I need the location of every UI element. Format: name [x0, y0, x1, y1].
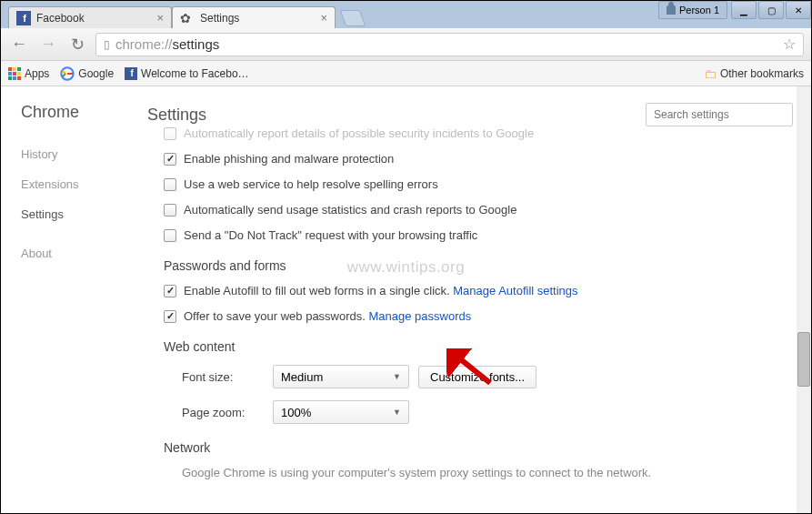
bookmark-label: Welcome to Facebo… [141, 67, 249, 80]
checkbox-dnt[interactable] [164, 229, 176, 242]
sidebar-item-about[interactable]: About [21, 247, 142, 260]
bookmark-star-icon[interactable]: ☆ [783, 35, 796, 53]
facebook-icon: f [125, 67, 137, 80]
scrollbar[interactable] [797, 86, 811, 513]
tab-title: Settings [200, 12, 315, 25]
font-size-label: Font size: [182, 370, 264, 384]
profile-label: Person 1 [679, 5, 719, 15]
checkbox-usage-stats[interactable] [164, 204, 176, 217]
checkbox-phishing[interactable] [164, 153, 176, 166]
gear-icon: ✿ [180, 11, 195, 25]
page-title: Settings [147, 106, 206, 125]
manage-passwords-link[interactable]: Manage passwords [369, 309, 472, 323]
maximize-button[interactable]: ▢ [758, 1, 784, 19]
font-size-select[interactable]: Medium ▼ [273, 365, 409, 388]
google-icon [60, 66, 75, 81]
settings-content: Settings Automatically report details of… [142, 86, 811, 513]
setting-label: Offer to save your web passwords. [184, 309, 369, 323]
bookmark-label: Google [78, 67, 114, 80]
apps-icon [8, 67, 21, 80]
other-bookmarks[interactable]: 🗀 Other bookmarks [704, 66, 804, 81]
checkbox-autofill[interactable] [164, 285, 176, 297]
select-value: Medium [281, 370, 323, 384]
bookmarks-bar: Apps Google f Welcome to Facebo… 🗀 Other… [1, 61, 811, 86]
minimize-button[interactable]: ▁ [731, 1, 757, 19]
facebook-icon: f [16, 11, 31, 25]
new-tab-button[interactable] [340, 10, 366, 26]
sidebar-item-settings[interactable]: Settings [21, 207, 142, 221]
setting-label: Use a web service to help resolve spelli… [184, 177, 438, 191]
bookmark-label: Other bookmarks [720, 67, 804, 80]
setting-label: Send a "Do Not Track" request with your … [184, 228, 477, 242]
setting-label: Automatically report details of possible… [184, 126, 534, 140]
setting-label: Enable Autofill to fill out web forms in… [184, 284, 453, 297]
section-passwords: Passwords and forms [164, 258, 793, 273]
reload-button[interactable]: ↻ [66, 34, 88, 55]
customize-fonts-button[interactable]: Customize fonts... [418, 366, 536, 388]
network-text: Google Chrome is using your computer's s… [182, 466, 651, 479]
section-web-content: Web content [164, 339, 793, 354]
checkbox[interactable] [164, 127, 176, 140]
page-zoom-select[interactable]: 100% ▼ [273, 400, 409, 424]
folder-icon: 🗀 [704, 66, 717, 81]
tab-settings[interactable]: ✿ Settings × [172, 6, 336, 28]
search-settings-input[interactable] [646, 103, 793, 126]
sidebar-brand: Chrome [21, 103, 142, 122]
manage-autofill-link[interactable]: Manage Autofill settings [453, 284, 577, 297]
bookmark-google[interactable]: Google [60, 66, 114, 81]
settings-sidebar: Chrome History Extensions Settings About [1, 86, 142, 513]
sidebar-item-history[interactable]: History [21, 147, 142, 161]
toolbar: ← → ↻ ▯ chrome://settings ☆ [1, 28, 811, 61]
scrollbar-thumb[interactable] [797, 332, 810, 387]
apps-label: Apps [25, 67, 49, 80]
close-tab-icon[interactable]: × [156, 11, 164, 25]
forward-button[interactable]: → [37, 34, 59, 55]
sidebar-item-extensions[interactable]: Extensions [21, 177, 142, 191]
close-window-button[interactable]: ✕ [786, 1, 811, 19]
select-value: 100% [281, 406, 311, 419]
tab-facebook[interactable]: f Facebook × [8, 6, 172, 28]
checkbox-spelling[interactable] [164, 178, 176, 191]
profile-icon [667, 5, 676, 15]
setting-label: Enable phishing and malware protection [184, 152, 394, 166]
back-button[interactable]: ← [8, 34, 30, 55]
url-scheme: chrome:// [115, 36, 173, 52]
profile-button[interactable]: Person 1 [658, 1, 727, 19]
apps-button[interactable]: Apps [8, 67, 49, 80]
section-network: Network [164, 440, 793, 455]
address-bar[interactable]: ▯ chrome://settings ☆ [95, 33, 804, 56]
checkbox-save-passwords[interactable] [164, 310, 176, 323]
chevron-down-icon: ▼ [393, 408, 401, 417]
close-tab-icon[interactable]: × [320, 11, 327, 25]
tab-title: Facebook [36, 12, 151, 25]
setting-label: Automatically send usage statistics and … [184, 203, 516, 217]
page-icon: ▯ [104, 38, 110, 51]
page-zoom-label: Page zoom: [182, 406, 264, 419]
bookmark-facebook[interactable]: f Welcome to Facebo… [125, 67, 249, 80]
chevron-down-icon: ▼ [393, 372, 401, 381]
url-path: settings [173, 36, 220, 52]
